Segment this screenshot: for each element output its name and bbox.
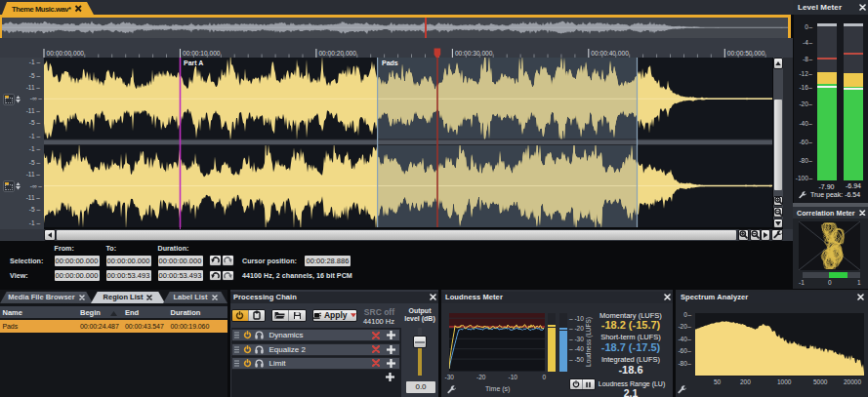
- svg-text:00:00:00.000: 00:00:00.000: [47, 49, 85, 56]
- svg-text:00:00:30.000: 00:00:30.000: [455, 49, 493, 56]
- svg-text:00:00:10.000: 00:00:10.000: [183, 49, 221, 56]
- svg-text:00:00:40.000: 00:00:40.000: [591, 49, 629, 56]
- svg-text:00:00:50.000: 00:00:50.000: [727, 49, 765, 56]
- svg-text:00:00:20.000: 00:00:20.000: [318, 49, 356, 56]
- svg-text:Theme Music.wav*: Theme Music.wav*: [12, 4, 71, 13]
